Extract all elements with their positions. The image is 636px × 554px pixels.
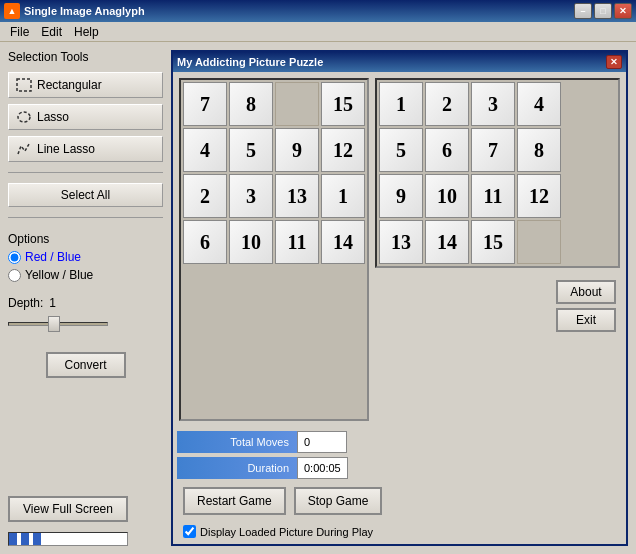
puzzle-cell[interactable]: 6 bbox=[183, 220, 227, 264]
puzzle-cell[interactable]: 1 bbox=[321, 174, 365, 218]
puzzle-close-button[interactable]: ✕ bbox=[606, 55, 622, 69]
window-controls: – □ ✕ bbox=[574, 3, 632, 19]
puzzle-cell[interactable]: 10 bbox=[229, 220, 273, 264]
lasso-tool-button[interactable]: Lasso bbox=[8, 104, 163, 130]
right-side: 123456789101112131415 About Exit bbox=[375, 78, 620, 421]
menu-bar: File Edit Help bbox=[0, 22, 636, 42]
puzzle-cell[interactable]: 7 bbox=[183, 82, 227, 126]
puzzle-cell[interactable]: 11 bbox=[471, 174, 515, 218]
exit-button[interactable]: Exit bbox=[556, 308, 616, 332]
checkbox-row: Display Loaded Picture During Play bbox=[177, 523, 388, 540]
radio-yellow-blue-label: Yellow / Blue bbox=[25, 268, 93, 282]
puzzle-cell[interactable]: 12 bbox=[517, 174, 561, 218]
rectangular-label: Rectangular bbox=[37, 78, 102, 92]
display-picture-checkbox[interactable] bbox=[183, 525, 196, 538]
svg-point-1 bbox=[18, 112, 30, 122]
radio-yellow-blue-input[interactable] bbox=[8, 269, 21, 282]
depth-row: Depth: 1 bbox=[8, 296, 163, 310]
puzzle-cell[interactable]: 4 bbox=[517, 82, 561, 126]
puzzle-cell[interactable]: 14 bbox=[425, 220, 469, 264]
puzzle-cell[interactable]: 8 bbox=[517, 128, 561, 172]
menu-help[interactable]: Help bbox=[68, 23, 105, 41]
lasso-label: Lasso bbox=[37, 110, 69, 124]
depth-slider-container bbox=[8, 314, 108, 334]
puzzle-title: My Addicting Picture Puzzle bbox=[177, 56, 323, 68]
svg-rect-0 bbox=[17, 79, 31, 91]
app-icon: ▲ bbox=[4, 3, 20, 19]
game-buttons: Restart Game Stop Game bbox=[177, 483, 388, 519]
view-fullscreen-button[interactable]: View Full Screen bbox=[8, 496, 128, 522]
title-bar-left: ▲ Single Image Anaglyph bbox=[4, 3, 145, 19]
line-lasso-icon bbox=[15, 141, 33, 157]
puzzle-cell[interactable]: 11 bbox=[275, 220, 319, 264]
puzzle-window: My Addicting Picture Puzzle ✕ 7815459122… bbox=[171, 50, 628, 546]
puzzle-cell[interactable]: 9 bbox=[275, 128, 319, 172]
radio-red-blue-label: Red / Blue bbox=[25, 250, 81, 264]
puzzle-cell[interactable]: 8 bbox=[229, 82, 273, 126]
close-button[interactable]: ✕ bbox=[614, 3, 632, 19]
puzzle-cell[interactable]: 3 bbox=[471, 82, 515, 126]
options-section: Options Red / Blue Yellow / Blue bbox=[8, 232, 163, 282]
about-button[interactable]: About bbox=[556, 280, 616, 304]
options-label: Options bbox=[8, 232, 163, 246]
left-panel: Selection Tools Rectangular Lasso bbox=[8, 50, 163, 546]
puzzle-bottom: Total Moves 0 Duration 0:00:05 Restart G… bbox=[173, 427, 626, 544]
progress-bar bbox=[8, 532, 128, 546]
selection-tools-label: Selection Tools bbox=[8, 50, 163, 64]
total-moves-label: Total Moves bbox=[177, 431, 297, 453]
rectangular-icon bbox=[15, 77, 33, 93]
convert-button[interactable]: Convert bbox=[46, 352, 126, 378]
maximize-button[interactable]: □ bbox=[594, 3, 612, 19]
line-lasso-tool-button[interactable]: Line Lasso bbox=[8, 136, 163, 162]
radio-group: Red / Blue Yellow / Blue bbox=[8, 250, 163, 282]
main-content: Selection Tools Rectangular Lasso bbox=[0, 42, 636, 554]
puzzle-cell[interactable]: 5 bbox=[379, 128, 423, 172]
restart-game-button[interactable]: Restart Game bbox=[183, 487, 286, 515]
app-title: Single Image Anaglyph bbox=[24, 5, 145, 17]
puzzle-cell[interactable]: 13 bbox=[275, 174, 319, 218]
puzzle-cell[interactable]: 13 bbox=[379, 220, 423, 264]
puzzle-cell bbox=[275, 82, 319, 126]
depth-section: Depth: 1 bbox=[8, 296, 163, 334]
radio-red-blue-input[interactable] bbox=[8, 251, 21, 264]
menu-file[interactable]: File bbox=[4, 23, 35, 41]
puzzle-cell[interactable]: 15 bbox=[471, 220, 515, 264]
puzzle-cell[interactable]: 14 bbox=[321, 220, 365, 264]
puzzle-cell bbox=[517, 220, 561, 264]
about-exit-area: About Exit bbox=[375, 276, 620, 336]
puzzle-cell[interactable]: 9 bbox=[379, 174, 423, 218]
puzzle-cell[interactable]: 6 bbox=[425, 128, 469, 172]
puzzle-cell[interactable]: 5 bbox=[229, 128, 273, 172]
puzzle-grid-left: 781545912231316101114 bbox=[179, 78, 369, 421]
puzzle-content: 781545912231316101114 123456789101112131… bbox=[173, 72, 626, 427]
radio-red-blue[interactable]: Red / Blue bbox=[8, 250, 163, 264]
total-moves-value: 0 bbox=[297, 431, 347, 453]
progress-fill bbox=[9, 533, 44, 545]
puzzle-cell[interactable]: 15 bbox=[321, 82, 365, 126]
total-moves-row: Total Moves 0 bbox=[177, 431, 388, 453]
puzzle-cell[interactable]: 1 bbox=[379, 82, 423, 126]
depth-value: 1 bbox=[49, 296, 56, 310]
puzzle-cell[interactable]: 10 bbox=[425, 174, 469, 218]
puzzle-cell[interactable]: 7 bbox=[471, 128, 515, 172]
lasso-icon bbox=[15, 109, 33, 125]
select-all-button[interactable]: Select All bbox=[8, 183, 163, 207]
duration-value: 0:00:05 bbox=[297, 457, 348, 479]
depth-slider-thumb[interactable] bbox=[48, 316, 60, 332]
line-lasso-label: Line Lasso bbox=[37, 142, 95, 156]
puzzle-cell[interactable]: 12 bbox=[321, 128, 365, 172]
puzzle-cell[interactable]: 2 bbox=[425, 82, 469, 126]
puzzle-cell[interactable]: 3 bbox=[229, 174, 273, 218]
menu-edit[interactable]: Edit bbox=[35, 23, 68, 41]
puzzle-cell[interactable]: 4 bbox=[183, 128, 227, 172]
puzzle-title-bar: My Addicting Picture Puzzle ✕ bbox=[173, 52, 626, 72]
radio-yellow-blue[interactable]: Yellow / Blue bbox=[8, 268, 163, 282]
puzzle-cell[interactable]: 2 bbox=[183, 174, 227, 218]
separator-2 bbox=[8, 217, 163, 218]
minimize-button[interactable]: – bbox=[574, 3, 592, 19]
duration-row: Duration 0:00:05 bbox=[177, 457, 388, 479]
puzzle-grid-right: 123456789101112131415 bbox=[375, 78, 620, 268]
stop-game-button[interactable]: Stop Game bbox=[294, 487, 383, 515]
rectangular-tool-button[interactable]: Rectangular bbox=[8, 72, 163, 98]
title-bar: ▲ Single Image Anaglyph – □ ✕ bbox=[0, 0, 636, 22]
